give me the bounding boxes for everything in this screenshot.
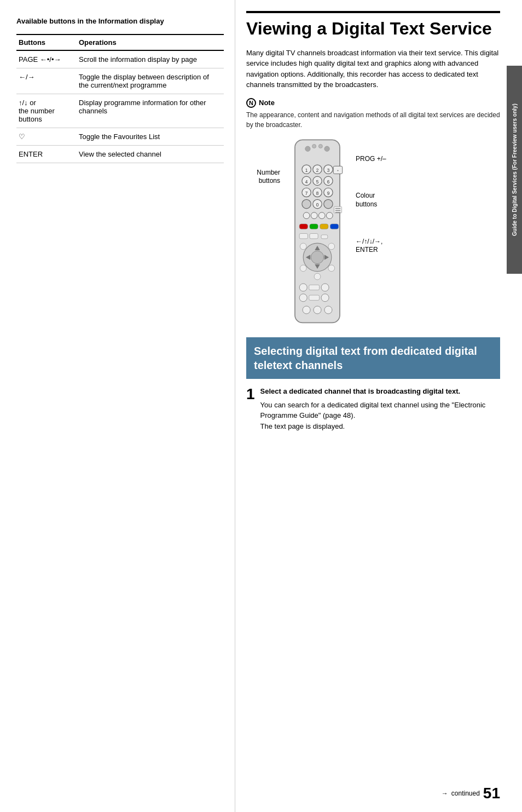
svg-text:4: 4 bbox=[305, 180, 308, 185]
button-cell: ♡ bbox=[16, 128, 77, 146]
svg-point-50 bbox=[328, 265, 335, 272]
svg-text:9: 9 bbox=[327, 191, 330, 196]
svg-text:+: + bbox=[337, 169, 339, 172]
page-number: 51 bbox=[483, 785, 500, 802]
svg-point-32 bbox=[326, 212, 333, 219]
note-text: The appearance, content and navigation m… bbox=[246, 110, 500, 130]
colour-buttons-label: Colourbuttons bbox=[356, 192, 386, 209]
svg-rect-34 bbox=[310, 224, 318, 229]
svg-point-29 bbox=[303, 212, 310, 219]
select-section: Selecting digital text from dedicated di… bbox=[246, 337, 500, 379]
svg-point-48 bbox=[300, 265, 306, 272]
svg-text:5: 5 bbox=[316, 180, 319, 185]
main-title: Viewing a Digital Text Service bbox=[246, 11, 500, 39]
table-row: ←/→Toggle the display between descriptio… bbox=[16, 68, 224, 94]
svg-rect-55 bbox=[309, 295, 320, 300]
step1-text: You can search for a dedicated digital t… bbox=[260, 400, 500, 432]
note-icon: N bbox=[246, 98, 256, 108]
operation-cell: Scroll the information display by page bbox=[77, 50, 224, 68]
table-header-buttons: Buttons bbox=[16, 34, 77, 50]
svg-point-57 bbox=[303, 306, 310, 314]
svg-point-3 bbox=[318, 144, 322, 148]
svg-point-41 bbox=[311, 251, 323, 263]
arrow-continued: → bbox=[442, 790, 448, 797]
svg-point-56 bbox=[321, 294, 329, 302]
note-section: N Note The appearance, content and navig… bbox=[246, 98, 500, 130]
svg-point-53 bbox=[321, 284, 329, 291]
button-cell: ←/→ bbox=[16, 68, 77, 94]
svg-point-28 bbox=[324, 199, 333, 208]
operation-cell: Toggle the Favourites List bbox=[77, 128, 224, 146]
svg-text:6: 6 bbox=[327, 180, 330, 185]
svg-text:0: 0 bbox=[316, 203, 319, 208]
svg-rect-39 bbox=[321, 235, 328, 239]
right-column: Viewing a Digital Text Service Many digi… bbox=[235, 0, 522, 812]
operation-cell: View the selected channel bbox=[77, 146, 224, 163]
button-cell: ↑/↓ or the number buttons bbox=[16, 94, 77, 128]
info-table: Buttons Operations PAGE ←•/•→Scroll the … bbox=[16, 34, 224, 163]
table-row: PAGE ←•/•→Scroll the information display… bbox=[16, 50, 224, 68]
svg-point-30 bbox=[311, 212, 317, 219]
svg-point-59 bbox=[324, 306, 332, 314]
svg-rect-36 bbox=[330, 224, 338, 229]
operation-cell: Toggle the display between description o… bbox=[77, 68, 224, 94]
table-header-operations: Operations bbox=[77, 34, 224, 50]
remote-label-number-buttons: Numberbuttons bbox=[246, 139, 285, 186]
svg-rect-33 bbox=[299, 224, 308, 229]
svg-point-1 bbox=[305, 146, 310, 151]
remote-labels-right: PROG +/– Colourbuttons ←/↑/↓/→,ENTER bbox=[350, 139, 386, 277]
left-section-title: Available buttons in the Information dis… bbox=[16, 16, 224, 26]
svg-point-31 bbox=[318, 212, 325, 219]
side-tab: Guide to Digital Services (For Freeview … bbox=[507, 66, 522, 274]
button-cell: PAGE ←•/•→ bbox=[16, 50, 77, 68]
svg-text:8: 8 bbox=[316, 191, 319, 196]
svg-point-49 bbox=[314, 273, 321, 280]
step1-content: Select a dedicated channel that is broad… bbox=[260, 387, 500, 432]
left-column: Available buttons in the Information dis… bbox=[0, 0, 235, 812]
continued-row: → continued 51 bbox=[442, 785, 500, 802]
prog-label: PROG +/– bbox=[356, 155, 386, 164]
svg-point-51 bbox=[299, 284, 307, 291]
svg-point-25 bbox=[302, 199, 311, 208]
operation-cell: Display programme information for other … bbox=[77, 94, 224, 128]
svg-point-54 bbox=[299, 294, 307, 302]
svg-rect-60 bbox=[334, 206, 341, 213]
continued-text: continued bbox=[451, 790, 480, 797]
select-section-title: Selecting digital text from dedicated di… bbox=[254, 344, 492, 372]
svg-rect-52 bbox=[309, 285, 320, 290]
main-desc: Many digital TV channels broadcast infor… bbox=[246, 48, 500, 90]
table-row: ENTERView the selected channel bbox=[16, 146, 224, 163]
svg-text:1: 1 bbox=[305, 168, 308, 173]
step1-number: 1 bbox=[246, 387, 255, 432]
table-row: ↑/↓ or the number buttonsDisplay program… bbox=[16, 94, 224, 128]
svg-text:7: 7 bbox=[305, 191, 308, 196]
step1-container: 1 Select a dedicated channel that is bro… bbox=[246, 387, 500, 432]
note-title: N Note bbox=[246, 98, 500, 108]
table-row: ♡Toggle the Favourites List bbox=[16, 128, 224, 146]
svg-point-2 bbox=[312, 144, 316, 148]
svg-point-58 bbox=[314, 306, 321, 314]
svg-rect-37 bbox=[299, 233, 308, 238]
svg-rect-35 bbox=[320, 224, 328, 229]
enter-label: ←/↑/↓/→,ENTER bbox=[356, 238, 386, 255]
svg-text:3: 3 bbox=[327, 168, 330, 173]
step1-heading: Select a dedicated channel that is broad… bbox=[260, 387, 500, 396]
remote-area: Numberbuttons 1 2 3 bbox=[246, 139, 500, 326]
button-cell: ENTER bbox=[16, 146, 77, 163]
svg-point-47 bbox=[328, 243, 335, 250]
remote-diagram: 1 2 3 + 4 5 6 7 bbox=[285, 139, 350, 326]
svg-point-4 bbox=[324, 146, 329, 151]
svg-text:2: 2 bbox=[316, 168, 319, 173]
svg-point-46 bbox=[300, 243, 306, 250]
svg-rect-38 bbox=[310, 233, 318, 238]
